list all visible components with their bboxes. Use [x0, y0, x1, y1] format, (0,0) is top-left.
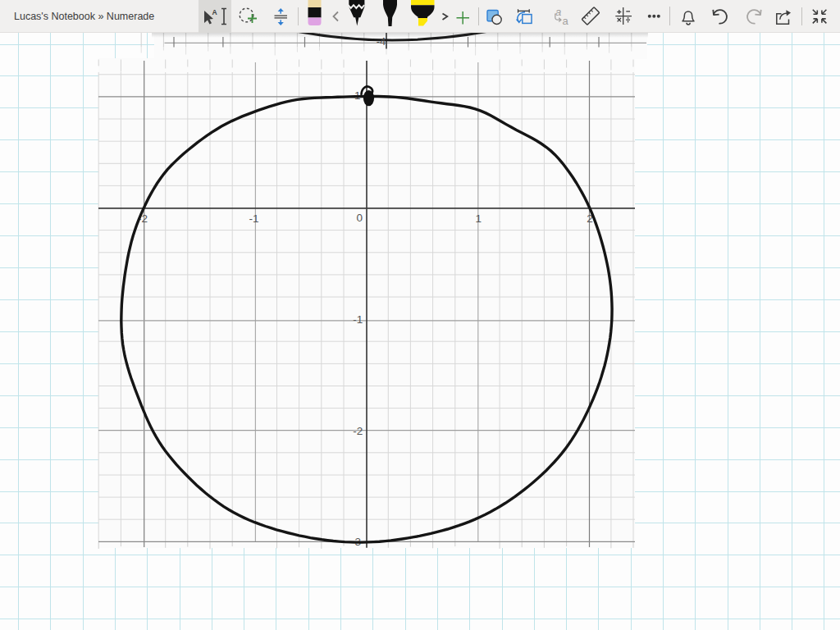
svg-text:a: a: [555, 6, 561, 18]
svg-text:0: 0: [357, 212, 363, 224]
svg-text:-1: -1: [249, 212, 258, 225]
svg-text:-1: -1: [353, 313, 363, 326]
svg-text:-2: -2: [353, 425, 363, 437]
svg-text:1: 1: [475, 212, 482, 225]
svg-text:a: a: [562, 15, 568, 27]
svg-text:A: A: [212, 8, 217, 16]
